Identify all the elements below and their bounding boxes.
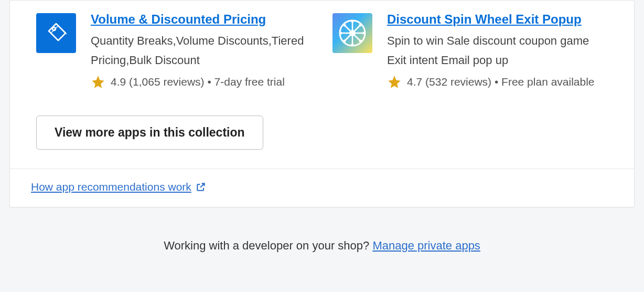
apps-row: Volume & Discounted Pricing Quantity Bre… bbox=[10, 1, 634, 100]
svg-point-14 bbox=[344, 40, 346, 43]
manage-private-apps-link[interactable]: Manage private apps bbox=[372, 239, 480, 252]
svg-point-12 bbox=[359, 40, 362, 43]
app-description: Spin to win Sale discount coupon game Ex… bbox=[387, 31, 608, 70]
svg-point-11 bbox=[344, 24, 346, 27]
app-meta-text: 4.7 (532 reviews) • Free plan available bbox=[407, 76, 595, 88]
app-icon-spin-wheel bbox=[332, 13, 372, 53]
app-item: Discount Spin Wheel Exit Popup Spin to w… bbox=[332, 1, 608, 89]
how-recommendations-link[interactable]: How app recommendations work bbox=[31, 181, 206, 193]
app-collection-card: Volume & Discounted Pricing Quantity Bre… bbox=[9, 0, 635, 207]
app-meta: 4.7 (532 reviews) • Free plan available bbox=[387, 75, 608, 89]
app-icon-volume-pricing bbox=[36, 13, 76, 53]
app-title-link[interactable]: Volume & Discounted Pricing bbox=[91, 12, 266, 27]
app-meta: 4.9 (1,065 reviews) • 7-day free trial bbox=[91, 75, 312, 89]
card-footer: How app recommendations work bbox=[10, 169, 634, 207]
developer-prompt-row: Working with a developer on your shop? M… bbox=[0, 207, 644, 253]
app-item: Volume & Discounted Pricing Quantity Bre… bbox=[36, 1, 312, 89]
app-description: Quantity Breaks,Volume Discounts,Tiered … bbox=[91, 31, 312, 70]
footer-link-text: How app recommendations work bbox=[31, 181, 191, 193]
svg-point-10 bbox=[363, 32, 366, 35]
svg-point-9 bbox=[340, 32, 342, 35]
svg-point-8 bbox=[351, 44, 354, 46]
tag-icon bbox=[44, 20, 69, 46]
svg-point-13 bbox=[359, 24, 362, 27]
star-icon bbox=[91, 75, 105, 89]
view-more-button[interactable]: View more apps in this collection bbox=[36, 116, 263, 150]
developer-prompt-text: Working with a developer on your shop? bbox=[164, 239, 372, 252]
app-body: Volume & Discounted Pricing Quantity Bre… bbox=[91, 1, 312, 89]
external-link-icon bbox=[196, 182, 206, 192]
wheel-icon bbox=[338, 18, 367, 48]
app-body: Discount Spin Wheel Exit Popup Spin to w… bbox=[387, 1, 608, 89]
view-more-row: View more apps in this collection bbox=[10, 100, 634, 169]
app-meta-text: 4.9 (1,065 reviews) • 7-day free trial bbox=[111, 76, 285, 88]
star-icon bbox=[387, 75, 402, 89]
app-title-link[interactable]: Discount Spin Wheel Exit Popup bbox=[387, 12, 582, 27]
svg-point-7 bbox=[351, 20, 354, 23]
